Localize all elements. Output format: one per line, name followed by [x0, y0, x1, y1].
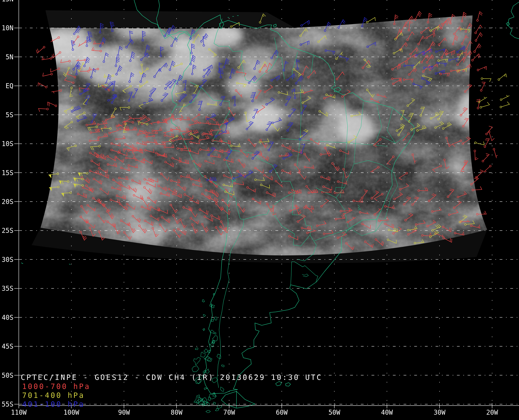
- lon-label-40W: 40W: [381, 409, 393, 416]
- legend-item-high-level: 401-100 hPa: [22, 400, 85, 409]
- legend-item-low-level: 1000-700 hPa: [22, 382, 90, 391]
- lat-label-55S: 55S: [2, 400, 14, 408]
- lat-label-10S: 10S: [2, 140, 14, 148]
- lat-label-15N: 15N: [2, 0, 14, 3]
- lat-label-EQ: EQ: [6, 82, 14, 90]
- lat-label-15S: 15S: [2, 169, 14, 177]
- lat-label-20S: 20S: [2, 198, 14, 206]
- lat-label-45S: 45S: [2, 343, 14, 350]
- map-title: CPTEC/INPE - GOES12 - CDW CH4 (IR) 20130…: [21, 373, 322, 382]
- satellite-wind-map: 15N10N5NEQ5S10S15S20S25S30S35S40S45S50S5…: [0, 0, 519, 420]
- lon-label-100W: 100W: [63, 409, 79, 416]
- lon-label-90W: 90W: [118, 409, 130, 416]
- lat-label-10N: 10N: [2, 24, 14, 32]
- map-canvas: 15N10N5NEQ5S10S15S20S25S30S35S40S45S50S5…: [0, 0, 519, 420]
- legend-item-mid-level: 701-400 hPa: [22, 391, 85, 400]
- lon-label-20W: 20W: [486, 409, 498, 416]
- lat-label-40S: 40S: [2, 314, 14, 321]
- lon-label-60W: 60W: [276, 409, 288, 416]
- lon-label-50W: 50W: [328, 409, 340, 416]
- satellite-swath: [30, 8, 498, 265]
- lon-label-110W: 110W: [11, 409, 27, 416]
- lon-label-30W: 30W: [434, 409, 445, 416]
- lat-label-30S: 30S: [2, 256, 14, 263]
- lat-label-35S: 35S: [2, 285, 14, 292]
- lon-label-80W: 80W: [171, 409, 182, 416]
- lat-label-5S: 5S: [6, 111, 14, 119]
- lat-label-5N: 5N: [6, 53, 14, 61]
- lon-label-70W: 70W: [223, 409, 235, 416]
- lat-label-50S: 50S: [2, 372, 14, 379]
- lat-label-25S: 25S: [2, 227, 14, 234]
